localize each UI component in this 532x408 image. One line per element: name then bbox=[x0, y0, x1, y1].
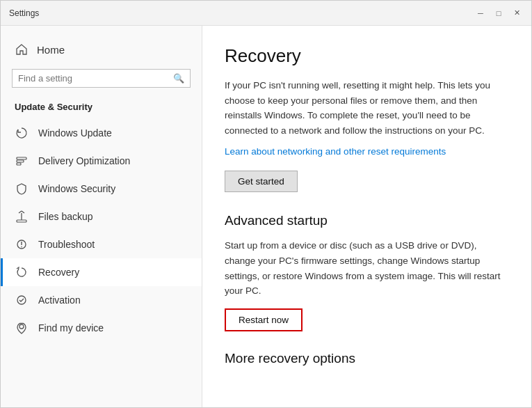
troubleshoot-icon bbox=[15, 237, 29, 251]
sidebar-item-windows-security[interactable]: Windows Security bbox=[1, 175, 202, 203]
window-controls: ─ □ ✕ bbox=[474, 7, 523, 19]
advanced-startup-title: Advanced startup bbox=[225, 213, 509, 228]
app-container: Home 🔍 Update & Security Windows Update bbox=[1, 26, 531, 408]
files-backup-icon bbox=[15, 210, 29, 223]
svg-point-10 bbox=[17, 296, 26, 304]
reset-description: If your PC isn't running well, resetting… bbox=[225, 78, 509, 138]
main-content: Recovery If your PC isn't running well, … bbox=[202, 26, 531, 408]
svg-point-11 bbox=[19, 324, 24, 329]
sidebar-label: Activation bbox=[38, 295, 81, 306]
sidebar-label: Windows Security bbox=[38, 183, 115, 194]
find-my-device-icon bbox=[15, 321, 29, 335]
get-started-button[interactable]: Get started bbox=[225, 171, 298, 192]
search-icon: 🔍 bbox=[173, 73, 184, 84]
svg-line-4 bbox=[19, 211, 22, 213]
minimize-button[interactable]: ─ bbox=[474, 7, 487, 19]
close-button[interactable]: ✕ bbox=[510, 7, 523, 19]
sidebar-section-title: Update & Security bbox=[1, 99, 202, 119]
app-title: Settings bbox=[9, 8, 39, 18]
svg-rect-1 bbox=[17, 160, 24, 162]
svg-line-5 bbox=[22, 211, 24, 213]
windows-security-icon bbox=[15, 182, 29, 196]
sidebar-item-windows-update[interactable]: Windows Update bbox=[1, 119, 202, 147]
sidebar-item-recovery[interactable]: Recovery bbox=[1, 258, 202, 286]
svg-point-9 bbox=[21, 246, 22, 248]
search-box[interactable]: 🔍 bbox=[12, 69, 191, 88]
sidebar-item-files-backup[interactable]: Files backup bbox=[1, 203, 202, 230]
title-bar: Settings ─ □ ✕ bbox=[1, 1, 531, 26]
sidebar-label: Recovery bbox=[38, 267, 79, 278]
advanced-startup-description: Start up from a device or disc (such as … bbox=[225, 238, 509, 298]
sidebar-item-troubleshoot[interactable]: Troubleshoot bbox=[1, 230, 202, 258]
sidebar-label: Find my device bbox=[38, 322, 104, 334]
reset-learn-link[interactable]: Learn about networking and other reset r… bbox=[225, 146, 509, 157]
activation-icon bbox=[15, 293, 29, 307]
sidebar-label: Files backup bbox=[38, 211, 93, 222]
svg-rect-6 bbox=[17, 220, 26, 222]
sidebar-label: Windows Update bbox=[38, 127, 112, 139]
home-icon bbox=[15, 42, 29, 56]
maximize-button[interactable]: □ bbox=[492, 7, 505, 19]
sidebar-label: Delivery Optimization bbox=[38, 155, 130, 166]
sidebar-item-find-my-device[interactable]: Find my device bbox=[1, 314, 202, 342]
windows-update-icon bbox=[15, 126, 29, 140]
recovery-icon bbox=[15, 265, 29, 279]
delivery-optimization-icon bbox=[15, 154, 29, 168]
sidebar-home-label: Home bbox=[37, 44, 65, 56]
search-input[interactable] bbox=[18, 73, 169, 84]
sidebar-item-home[interactable]: Home bbox=[1, 37, 202, 62]
sidebar-item-delivery-optimization[interactable]: Delivery Optimization bbox=[1, 147, 202, 175]
sidebar-item-activation[interactable]: Activation bbox=[1, 286, 202, 314]
more-recovery-title: More recovery options bbox=[225, 351, 509, 366]
sidebar: Home 🔍 Update & Security Windows Update bbox=[1, 26, 202, 408]
svg-rect-0 bbox=[17, 157, 26, 159]
restart-now-button[interactable]: Restart now bbox=[225, 308, 303, 331]
sidebar-label: Troubleshoot bbox=[38, 239, 95, 250]
page-title: Recovery bbox=[225, 45, 509, 67]
svg-rect-2 bbox=[17, 163, 21, 165]
